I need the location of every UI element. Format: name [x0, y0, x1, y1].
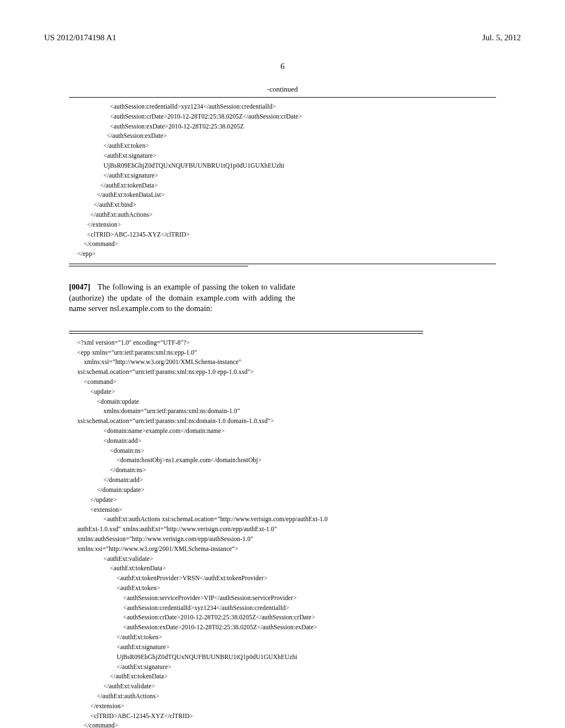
page-header: US 2012/0174198 A1 Jul. 5, 2012	[44, 33, 521, 42]
publication-date: Jul. 5, 2012	[482, 33, 521, 42]
code-listing-2: <?xml version="1.0" encoding="UTF-8"?> <…	[44, 334, 521, 728]
code-listing-1: <authSession:credentialId>xyz1234</authS…	[44, 98, 521, 264]
page-number: 6	[44, 62, 521, 71]
patent-page: US 2012/0174198 A1 Jul. 5, 2012 6 -conti…	[0, 0, 565, 728]
paragraph-text: The following is an example of passing t…	[69, 282, 295, 313]
continued-label: -continued	[44, 85, 521, 94]
rule-bottom-1	[69, 264, 496, 266]
paragraph-number: [0047]	[69, 282, 90, 291]
publication-number: US 2012/0174198 A1	[44, 33, 116, 42]
paragraph-0047: [0047] The following is an example of pa…	[69, 282, 295, 314]
